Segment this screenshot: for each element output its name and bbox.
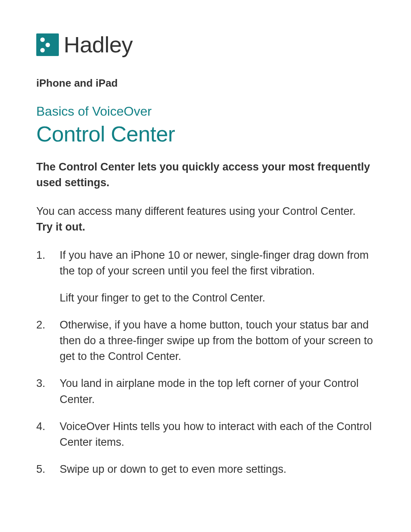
step-text: If you have an iPhone 10 or newer, singl…: [60, 249, 369, 277]
step-text: Swipe up or down to get to even more set…: [60, 463, 286, 475]
list-item: You land in airplane mode in the top lef…: [36, 376, 375, 407]
logo-mark-icon: [36, 33, 59, 56]
logo-text: Hadley: [64, 31, 133, 58]
intro-summary: The Control Center lets you quickly acce…: [36, 159, 375, 191]
intro-cta: Try it out.: [36, 221, 85, 233]
step-text: VoiceOver Hints tells you how to interac…: [60, 420, 372, 448]
lesson-title: Control Center: [36, 121, 375, 146]
list-item: VoiceOver Hints tells you how to interac…: [36, 419, 375, 450]
steps-list: If you have an iPhone 10 or newer, singl…: [36, 247, 375, 478]
intro-paragraph: You can access many different features u…: [36, 204, 375, 235]
device-category: iPhone and iPad: [36, 77, 375, 89]
list-item: If you have an iPhone 10 or newer, singl…: [36, 247, 375, 306]
step-text: Otherwise, if you have a home button, to…: [60, 319, 373, 362]
list-item: Otherwise, if you have a home button, to…: [36, 317, 375, 364]
step-subtext: Lift your finger to get to the Control C…: [60, 290, 375, 306]
step-text: You land in airplane mode in the top lef…: [60, 377, 359, 405]
lesson-subtitle: Basics of VoiceOver: [36, 104, 375, 119]
brand-logo: Hadley: [36, 31, 375, 58]
list-item: Swipe up or down to get to even more set…: [36, 461, 375, 477]
intro-text: You can access many different features u…: [36, 205, 355, 217]
